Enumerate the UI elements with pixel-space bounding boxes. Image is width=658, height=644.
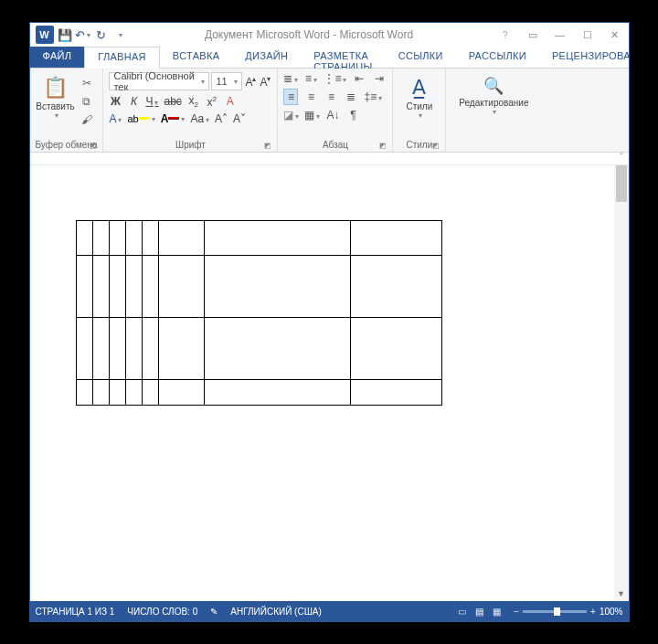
font-name-combo[interactable]: Calibri (Основной тек▾ — [109, 72, 209, 90]
table-cell[interactable] — [350, 380, 441, 406]
strikethrough-button[interactable]: abc — [164, 95, 181, 108]
status-proofing-icon[interactable]: ✎ — [210, 607, 218, 617]
document-table[interactable] — [76, 220, 442, 406]
paste-button[interactable]: 📋 Вставить ▾ — [36, 72, 76, 120]
underline-button[interactable]: Ч▾ — [145, 95, 158, 108]
increase-indent-button[interactable]: ⇥ — [372, 72, 387, 85]
table-cell[interactable] — [76, 256, 92, 318]
superscript-button[interactable]: x2 — [206, 95, 218, 109]
table-cell[interactable] — [109, 318, 125, 380]
table-cell[interactable] — [92, 221, 109, 256]
collapse-ribbon-button[interactable]: ˆ — [620, 153, 622, 163]
view-print-layout-button[interactable]: ▤ — [475, 607, 483, 617]
table-cell[interactable] — [125, 380, 142, 406]
tab-review[interactable]: РЕЦЕНЗИРОВА — [539, 47, 643, 68]
text-effects-button[interactable]: A▾ — [109, 112, 122, 125]
styles-dialog-launcher[interactable]: ◩ — [432, 142, 440, 150]
table-cell[interactable] — [204, 256, 350, 318]
help-button[interactable]: ? — [492, 23, 519, 47]
tab-page-layout[interactable]: РАЗМЕТКА СТРАНИЦЫ — [301, 47, 385, 68]
tab-insert[interactable]: ВСТАВКА — [160, 47, 232, 68]
table-cell[interactable] — [76, 318, 92, 380]
zoom-level[interactable]: 100% — [600, 607, 623, 617]
copy-button[interactable]: ⧉ — [80, 94, 94, 109]
table-cell[interactable] — [142, 256, 158, 318]
styles-button[interactable]: A̲ Стили ▾ — [398, 72, 440, 120]
table-cell[interactable] — [204, 221, 350, 256]
undo-icon[interactable]: ↶▾ — [76, 27, 90, 42]
maximize-button[interactable]: ☐ — [574, 23, 601, 47]
font-dialog-launcher[interactable]: ◩ — [264, 142, 271, 150]
font-size-combo[interactable]: 11▾ — [211, 72, 242, 90]
borders-button[interactable]: ▦▾ — [304, 109, 320, 121]
table-cell[interactable] — [350, 221, 441, 256]
page[interactable] — [30, 165, 629, 601]
show-marks-button[interactable]: ¶ — [345, 109, 360, 121]
tab-home[interactable]: ГЛАВНАЯ — [84, 47, 160, 69]
table-cell[interactable] — [125, 318, 142, 380]
scroll-down-button[interactable]: ▼ — [614, 586, 629, 601]
view-read-mode-button[interactable]: ▭ — [458, 607, 466, 617]
status-page[interactable]: СТРАНИЦА 1 ИЗ 1 — [36, 607, 115, 617]
bold-button[interactable]: Ж — [109, 95, 122, 108]
justify-button[interactable]: ≣ — [344, 90, 358, 103]
table-cell[interactable] — [92, 256, 109, 318]
multilevel-list-button[interactable]: ⋮≡▾ — [324, 72, 346, 85]
vertical-scrollbar[interactable]: ▲ ▼ — [614, 165, 629, 601]
tab-mailings[interactable]: РАССЫЛКИ — [456, 47, 539, 68]
italic-button[interactable]: К — [127, 95, 140, 108]
shrink-font-button-2[interactable]: A˅ — [233, 112, 246, 125]
tab-file[interactable]: ФАЙЛ — [30, 47, 85, 68]
table-cell[interactable] — [158, 318, 204, 380]
zoom-in-button[interactable]: + — [590, 607, 596, 617]
table-cell[interactable] — [204, 380, 350, 406]
line-spacing-button[interactable]: ‡≡▾ — [364, 90, 382, 103]
shrink-font-button[interactable]: A▾ — [259, 75, 271, 89]
redo-icon[interactable]: ↻ — [94, 27, 109, 42]
table-cell[interactable] — [142, 318, 158, 380]
paragraph-dialog-launcher[interactable]: ◩ — [379, 142, 387, 150]
tab-references[interactable]: ССЫЛКИ — [386, 47, 456, 68]
table-cell[interactable] — [76, 380, 92, 406]
highlight-button[interactable]: ab▾ — [127, 113, 154, 124]
table-cell[interactable] — [142, 221, 158, 256]
table-cell[interactable] — [92, 318, 109, 380]
table-cell[interactable] — [158, 380, 204, 406]
close-button[interactable]: ✕ — [601, 23, 629, 47]
table-cell[interactable] — [350, 256, 441, 318]
document-area[interactable]: ▲ ▼ — [30, 165, 629, 601]
table-cell[interactable] — [109, 380, 125, 406]
subscript-button[interactable]: x2 — [187, 94, 200, 109]
minimize-button[interactable]: — — [547, 23, 574, 47]
save-icon[interactable]: 💾 — [58, 27, 72, 42]
table-cell[interactable] — [158, 221, 204, 256]
scroll-thumb[interactable] — [616, 165, 627, 202]
zoom-out-button[interactable]: − — [514, 607, 519, 617]
status-word-count[interactable]: ЧИСЛО СЛОВ: 0 — [127, 607, 197, 617]
table-cell[interactable] — [109, 221, 125, 256]
zoom-slider[interactable] — [523, 610, 587, 613]
numbering-button[interactable]: ≡▾ — [303, 72, 318, 85]
bullets-button[interactable]: ≣▾ — [283, 72, 298, 85]
align-center-button[interactable]: ≡ — [303, 90, 318, 103]
table-cell[interactable] — [158, 256, 204, 318]
clear-formatting-button[interactable]: A — [224, 95, 237, 108]
qat-customize-icon[interactable]: ▾ — [112, 27, 127, 42]
table-cell[interactable] — [142, 380, 158, 406]
table-cell[interactable] — [92, 380, 109, 406]
cut-button[interactable]: ✂ — [80, 76, 94, 90]
table-cell[interactable] — [350, 318, 441, 380]
decrease-indent-button[interactable]: ⇤ — [352, 72, 366, 85]
table-cell[interactable] — [109, 256, 125, 318]
grow-font-button[interactable]: A▴ — [244, 75, 257, 89]
shading-button[interactable]: ◪▾ — [283, 109, 299, 121]
align-right-button[interactable]: ≡ — [324, 90, 338, 103]
table-cell[interactable] — [76, 221, 92, 256]
view-web-layout-button[interactable]: ▦ — [493, 607, 501, 617]
ribbon-display-options-button[interactable]: ▭ — [519, 23, 547, 47]
editing-button[interactable]: 🔍 Редактирование ▾ — [451, 72, 536, 116]
grow-font-button-2[interactable]: A˄ — [215, 112, 228, 125]
format-painter-button[interactable]: 🖌 — [80, 112, 94, 127]
clipboard-dialog-launcher[interactable]: ◩ — [90, 142, 97, 150]
tab-design[interactable]: ДИЗАЙН — [232, 47, 301, 68]
